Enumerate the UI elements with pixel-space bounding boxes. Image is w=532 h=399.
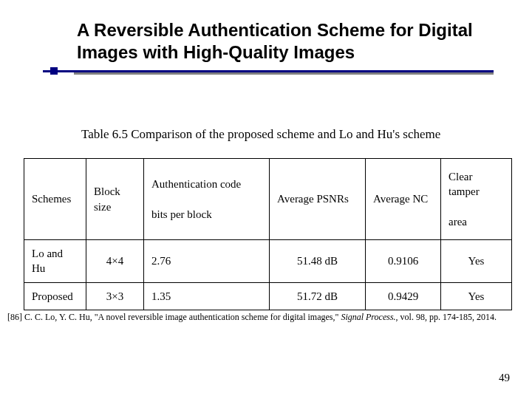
table-row: Lo and Hu 4×4 2.76 51.48 dB 0.9106 Yes — [24, 240, 512, 283]
slide: A Reversible Authentication Scheme for D… — [0, 0, 532, 399]
th-nc: Average NC — [366, 159, 441, 240]
th-clear: Clear tamper area — [441, 159, 512, 240]
cell-scheme: Lo and Hu — [24, 240, 86, 283]
th-auth-l1: Authentication code — [151, 178, 241, 190]
cell-scheme: Proposed — [24, 282, 86, 310]
cell-auth: 1.35 — [144, 282, 270, 310]
ref-text: [86] C. C. Lo, Y. C. Hu, "A novel revers… — [7, 312, 341, 322]
slide-title: A Reversible Authentication Scheme for D… — [77, 19, 491, 64]
cell-nc: 0.9429 — [366, 282, 441, 310]
title-block: A Reversible Authentication Scheme for D… — [77, 19, 491, 64]
cell-psnr: 51.48 dB — [270, 240, 366, 283]
table-row: Proposed 3×3 1.35 51.72 dB 0.9429 Yes — [24, 282, 512, 310]
comparison-table: Schemes Block size Authentication code b… — [24, 158, 512, 310]
cell-psnr: 51.72 dB — [270, 282, 366, 310]
th-auth-l2: bits per block — [151, 208, 212, 220]
cell-clear: Yes — [441, 282, 512, 310]
cell-block: 4×4 — [86, 240, 144, 283]
rule-shadow — [74, 72, 494, 75]
page-number: 49 — [499, 372, 510, 384]
cell-block: 3×3 — [86, 282, 144, 310]
ref-journal: Signal Process. — [341, 312, 395, 322]
th-psnr: Average PSNRs — [270, 159, 366, 240]
title-rule — [43, 70, 494, 78]
table-caption: Table 6.5 Comparison of the proposed sch… — [81, 127, 495, 142]
cell-clear: Yes — [441, 240, 512, 283]
bullet-icon — [50, 67, 58, 75]
ref-rest: , vol. 98, pp. 174-185, 2014. — [396, 312, 497, 322]
th-clear-l1: Clear tamper — [449, 171, 480, 197]
cell-nc: 0.9106 — [366, 240, 441, 283]
reference: [86] C. C. Lo, Y. C. Hu, "A novel revers… — [7, 312, 525, 323]
th-block: Block size — [86, 159, 144, 240]
th-clear-l2: area — [449, 216, 467, 228]
th-auth: Authentication code bits per block — [144, 159, 270, 240]
th-schemes: Schemes — [24, 159, 86, 240]
table-header-row: Schemes Block size Authentication code b… — [24, 159, 512, 240]
cell-auth: 2.76 — [144, 240, 270, 283]
